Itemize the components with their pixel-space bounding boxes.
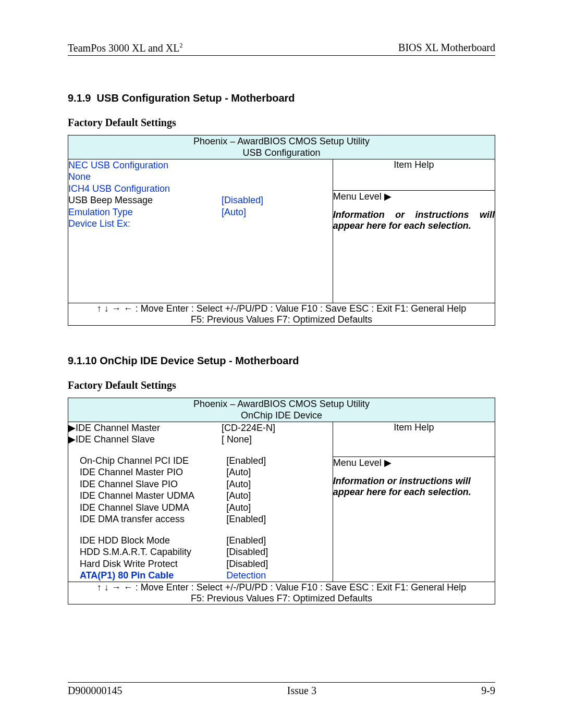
ide-master-label: IDE Channel Master bbox=[76, 423, 160, 433]
emulation-type-label: Emulation Type bbox=[68, 206, 222, 218]
master-udma-label: IDE Channel Master UDMA bbox=[68, 490, 226, 502]
footer-center: Issue 3 bbox=[287, 685, 316, 697]
product-name: TeamPos 3000 XL and XL bbox=[68, 42, 180, 54]
key-help-line1: ↑ ↓ → ← : Move Enter : Select +/-/PU/PD … bbox=[68, 303, 495, 314]
onchip-value: [Enabled] bbox=[226, 455, 333, 467]
smart-label: HDD S.M.A.R.T. Capability bbox=[68, 546, 226, 558]
item-help-header: Item Help bbox=[333, 159, 495, 190]
ata-value: Detection bbox=[226, 570, 333, 582]
product-superscript: 2 bbox=[180, 42, 183, 49]
item-help-body-2: Menu Level ▶ Information or instructions… bbox=[333, 456, 495, 582]
slave-udma-label: IDE Channel Slave UDMA bbox=[68, 502, 226, 514]
slave-pio-value: [Auto] bbox=[226, 478, 333, 490]
bios-title2-line2: OnChip IDE Device bbox=[68, 410, 495, 422]
master-pio-value: [Auto] bbox=[226, 466, 333, 478]
slave-udma-value: [Auto] bbox=[226, 502, 333, 514]
ide-slave-value: [ None] bbox=[222, 434, 333, 446]
header-left: TeamPos 3000 XL and XL2 bbox=[68, 42, 183, 54]
bios-title-bar: Phoenix – AwardBIOS CMOS Setup Utility U… bbox=[68, 135, 495, 159]
caret-icon: ▶ bbox=[68, 434, 76, 446]
master-udma-value: [Auto] bbox=[226, 490, 333, 502]
footer-left: D900000145 bbox=[68, 685, 122, 697]
caret-icon: ▶ bbox=[68, 422, 76, 434]
bios-title2-line1: Phoenix – AwardBIOS CMOS Setup Utility bbox=[68, 398, 495, 410]
usb-beep-label: USB Beep Message bbox=[68, 194, 222, 206]
menu-level: Menu Level ▶ bbox=[333, 191, 495, 202]
bios-title-line1: Phoenix – AwardBIOS CMOS Setup Utility bbox=[68, 135, 495, 147]
slave-pio-label: IDE Channel Slave PIO bbox=[68, 478, 226, 490]
bios-table-usb: Phoenix – AwardBIOS CMOS Setup Utility U… bbox=[68, 135, 495, 326]
header-right: BIOS XL Motherboard bbox=[398, 42, 495, 54]
factory-default-heading-1: Factory Default Settings bbox=[68, 117, 495, 129]
item-help-header-2: Item Help bbox=[333, 422, 495, 456]
page: TeamPos 3000 XL and XL2 BIOS XL Motherbo… bbox=[0, 0, 563, 728]
ide-master-value: [CD-224E-N] bbox=[222, 422, 333, 434]
ide-slave-label: IDE Channel Slave bbox=[76, 434, 155, 445]
write-value: [Disabled] bbox=[226, 558, 333, 570]
ata-label: ATA(P1) 80 Pin Cable bbox=[68, 570, 226, 582]
page-footer: D900000145 Issue 3 9-9 bbox=[68, 682, 495, 697]
nec-usb-config: NEC USB Configuration bbox=[68, 159, 222, 171]
block-label: IDE HDD Block Mode bbox=[68, 535, 226, 547]
smart-value: [Disabled] bbox=[226, 546, 333, 558]
key-help2-line1: ↑ ↓ → ← : Move Enter : Select +/-/PU/PD … bbox=[68, 582, 495, 593]
bios-title-line2: USB Configuration bbox=[68, 147, 495, 159]
help-description: Information or instructions will appear … bbox=[333, 209, 495, 231]
bios-left-pane: NEC USB Configuration None ICH4 USB Conf… bbox=[68, 159, 333, 303]
menu-level-2: Menu Level ▶ bbox=[333, 457, 495, 468]
dma-label: IDE DMA transfer access bbox=[68, 513, 226, 525]
emulation-type-value: [Auto] bbox=[222, 206, 333, 218]
item-help-body: Menu Level ▶ Information or instructions… bbox=[333, 190, 495, 303]
bios-key-help: ↑ ↓ → ← : Move Enter : Select +/-/PU/PD … bbox=[68, 303, 495, 325]
section-number: 9.1.9 bbox=[68, 92, 91, 104]
ich4-usb-config: ICH4 USB Configuration bbox=[68, 183, 222, 195]
bios-key-help-2: ↑ ↓ → ← : Move Enter : Select +/-/PU/PD … bbox=[68, 582, 495, 604]
key-help2-line2: F5: Previous Values F7: Optimized Defaul… bbox=[68, 593, 495, 604]
item-help-title: Item Help bbox=[333, 159, 495, 170]
dma-value: [Enabled] bbox=[226, 513, 333, 525]
section-title-ide: 9.1.10 OnChip IDE Device Setup - Motherb… bbox=[68, 355, 495, 367]
key-help-line2: F5: Previous Values F7: Optimized Defaul… bbox=[68, 314, 495, 325]
page-header: TeamPos 3000 XL and XL2 BIOS XL Motherbo… bbox=[68, 42, 495, 56]
factory-default-heading-2: Factory Default Settings bbox=[68, 379, 495, 391]
write-label: Hard Disk Write Protect bbox=[68, 558, 226, 570]
bios-left-pane-2: ▶IDE Channel Master [CD-224E-N] ▶IDE Cha… bbox=[68, 422, 333, 582]
bios-table-ide: Phoenix – AwardBIOS CMOS Setup Utility O… bbox=[68, 398, 495, 604]
section-title-usb: 9.1.9 USB Configuration Setup - Motherbo… bbox=[68, 92, 495, 104]
bios-title-bar-2: Phoenix – AwardBIOS CMOS Setup Utility O… bbox=[68, 398, 495, 422]
nec-usb-none: None bbox=[68, 171, 222, 183]
usb-beep-value: [Disabled] bbox=[222, 194, 333, 206]
section-number-2: 9.1.10 bbox=[68, 355, 97, 366]
onchip-label: On-Chip Channel PCI IDE bbox=[68, 455, 226, 467]
footer-right: 9-9 bbox=[481, 685, 495, 697]
help-description-2: Information or instructions will appear … bbox=[333, 476, 495, 498]
master-pio-label: IDE Channel Master PIO bbox=[68, 466, 226, 478]
item-help-title-2: Item Help bbox=[333, 422, 495, 433]
block-value: [Enabled] bbox=[226, 535, 333, 547]
section-heading: USB Configuration Setup - Motherboard bbox=[97, 92, 295, 104]
section-heading-2: OnChip IDE Device Setup - Motherboard bbox=[100, 355, 299, 366]
device-list-ex: Device List Ex: bbox=[68, 218, 222, 230]
